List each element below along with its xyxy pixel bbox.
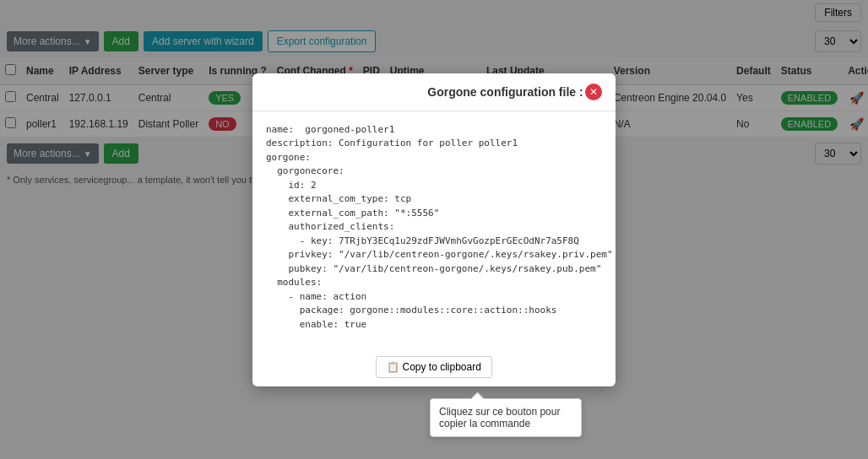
- modal-overlay: Gorgone configuration file : ✕ name: gor…: [0, 0, 868, 190]
- modal-body: name: gorgoned-poller1 description: Conf…: [252, 111, 616, 191]
- modal-header: Gorgone configuration file : ✕: [252, 73, 616, 111]
- modal-title: Gorgone configuration file :: [426, 85, 585, 99]
- modal-code: name: gorgoned-poller1 description: Conf…: [266, 123, 602, 191]
- modal-close-button[interactable]: ✕: [585, 84, 602, 100]
- modal: Gorgone configuration file : ✕ name: gor…: [252, 73, 616, 191]
